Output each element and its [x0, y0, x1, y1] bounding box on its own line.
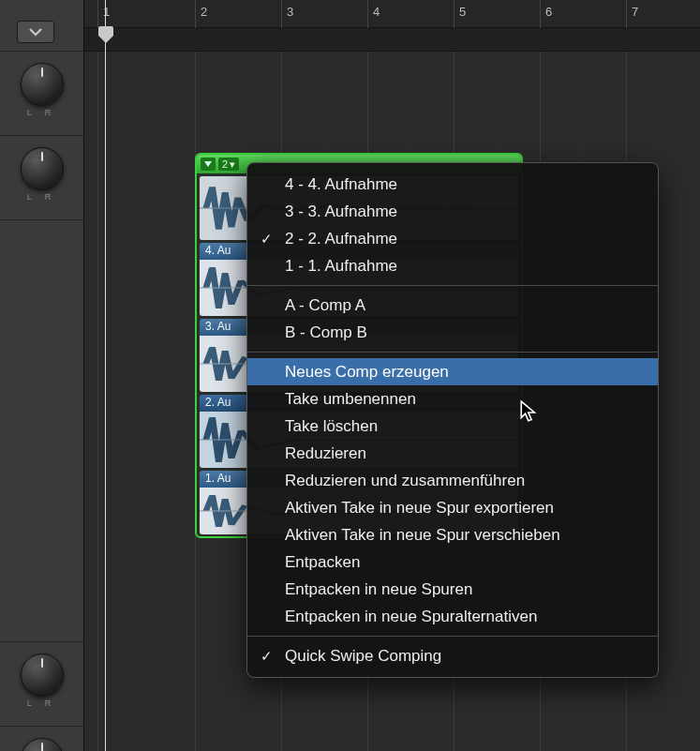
menu-separator [247, 285, 658, 286]
ruler-tick: 6 [540, 0, 552, 28]
checkmark-icon: ✓ [261, 231, 273, 248]
track-list-menu-button[interactable] [17, 21, 54, 43]
triangle-down-icon [203, 160, 213, 168]
ruler-tick: 1 [97, 0, 110, 28]
pan-lr-label: L R [0, 108, 83, 117]
ruler-tick: 4 [367, 0, 380, 28]
menu-item-move-active-take[interactable]: Aktiven Take in neue Spur verschieben [247, 521, 658, 548]
menu-item-take-1[interactable]: 1 - 1. Aufnahme [247, 252, 658, 279]
bar-ruler[interactable]: 1 2 3 4 5 6 7 [84, 0, 700, 28]
track-header-row[interactable]: L R [0, 52, 83, 136]
track-header-column: L R L R L R L R [0, 0, 84, 751]
menu-item-new-comp[interactable]: Neues Comp erzeugen [247, 358, 658, 385]
marker-ruler[interactable] [84, 28, 700, 52]
take-folder-popup-button[interactable]: 2▾ [218, 158, 239, 171]
menu-item-rename-take[interactable]: Take umbenennen [247, 385, 658, 413]
ruler-tick: 2 [195, 0, 207, 28]
pan-lr-label: L R [0, 192, 83, 202]
checkmark-icon: ✓ [261, 648, 273, 665]
pan-knob[interactable] [21, 63, 64, 106]
menu-item-delete-take[interactable]: Take löschen [247, 413, 658, 440]
take-folder-context-menu: 4 - 4. Aufnahme 3 - 3. Aufnahme ✓2 - 2. … [246, 162, 659, 678]
menu-separator [247, 352, 658, 353]
track-header-row[interactable] [0, 220, 83, 642]
chevron-down-icon [29, 27, 42, 37]
pan-knob[interactable] [21, 147, 64, 190]
menu-item-comp-b[interactable]: B - Comp B [247, 319, 658, 346]
menu-item-unpack[interactable]: Entpacken [247, 548, 658, 576]
menu-item-take-4[interactable]: 4 - 4. Aufnahme [247, 171, 658, 198]
pan-lr-label: L R [0, 698, 83, 708]
menu-item-take-2[interactable]: ✓2 - 2. Aufnahme [247, 225, 658, 252]
track-header-row[interactable]: L R [0, 642, 83, 727]
menu-item-comp-a[interactable]: A - Comp A [247, 292, 658, 319]
track-header-row[interactable]: L R [0, 727, 83, 751]
menu-item-unpack-new-tracks[interactable]: Entpacken in neue Spuren [247, 576, 658, 603]
playhead[interactable] [105, 0, 106, 751]
menu-separator [247, 636, 658, 637]
pan-knob[interactable] [21, 738, 64, 751]
track-header-top [0, 0, 83, 52]
ruler-tick: 7 [626, 0, 638, 28]
take-folder-disclosure-button[interactable] [201, 158, 216, 171]
pan-knob[interactable] [21, 653, 64, 697]
menu-item-export-active-take[interactable]: Aktiven Take in neue Spur exportieren [247, 494, 658, 521]
track-header-row[interactable]: L R [0, 136, 83, 220]
ruler-tick: 5 [454, 0, 466, 28]
menu-item-unpack-alternatives[interactable]: Entpacken in neue Spuralternativen [247, 603, 658, 630]
menu-item-take-3[interactable]: 3 - 3. Aufnahme [247, 198, 658, 225]
menu-item-quick-swipe-comping[interactable]: ✓Quick Swipe Comping [247, 642, 658, 669]
menu-item-flatten-merge[interactable]: Reduzieren und zusammenführen [247, 467, 658, 494]
ruler-tick: 3 [281, 0, 293, 28]
menu-item-flatten[interactable]: Reduzieren [247, 440, 658, 467]
